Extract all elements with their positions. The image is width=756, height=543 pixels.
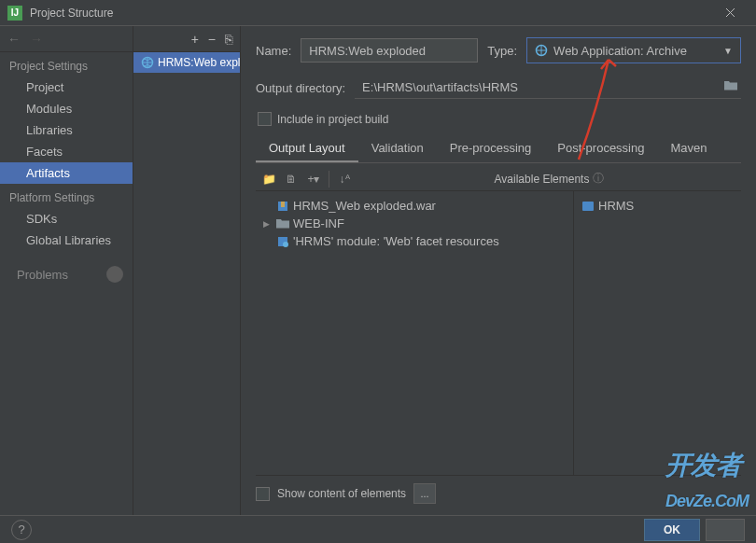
tree-node-webinf[interactable]: ▶ WEB-INF [259, 215, 569, 232]
available-elements-tree[interactable]: HRMS [573, 191, 741, 475]
bottom-bar: Show content of elements ... [256, 475, 741, 508]
sidebar-item-project[interactable]: Project [0, 77, 133, 98]
include-checkbox[interactable] [258, 112, 272, 126]
facet-icon [276, 235, 289, 248]
tab-post-processing[interactable]: Post-processing [544, 135, 657, 162]
svg-point-5 [283, 242, 288, 247]
help-icon[interactable]: ⓘ [593, 171, 604, 187]
module-icon [581, 201, 595, 212]
add-copy-button[interactable]: +▾ [306, 172, 321, 187]
output-toolbar: 📁 🗎 +▾ ↓ᴬ Available Elements ⓘ [256, 167, 741, 191]
window-title: Project Structure [30, 7, 711, 20]
chevron-down-icon: ▼ [723, 46, 733, 56]
folder-icon [276, 218, 289, 230]
separator [329, 171, 329, 188]
output-dir-label: Output directory: [256, 81, 345, 95]
artifact-item-selected[interactable]: HRMS:Web exploded [133, 52, 240, 73]
svg-rect-3 [281, 202, 285, 207]
tree-node-label: WEB-INF [293, 216, 344, 230]
sidebar-item-artifacts[interactable]: Artifacts [0, 162, 133, 184]
forward-button: → [30, 32, 43, 47]
expand-icon[interactable]: ▶ [263, 219, 273, 229]
tab-output-layout[interactable]: Output Layout [256, 135, 358, 162]
problems-badge [106, 266, 123, 283]
show-content-label: Show content of elements [277, 487, 406, 500]
available-node-label: HRMS [598, 199, 634, 213]
output-dir-input[interactable]: E:\HRMS\out\artifacts\HRMS [355, 77, 741, 99]
help-button[interactable]: ? [11, 520, 32, 540]
tabs: Output Layout Validation Pre-processing … [256, 135, 741, 163]
type-value: Web Application: Archive [553, 44, 718, 58]
globe-icon [535, 44, 548, 57]
output-tree[interactable]: HRMS_Web exploded.war ▶ WEB-INF 'HRMS' m… [256, 191, 573, 475]
tree-node-label: HRMS_Web exploded.war [293, 199, 436, 213]
tree-node-facet[interactable]: 'HRMS' module: 'Web' facet resources [259, 232, 569, 250]
back-button[interactable]: ← [7, 32, 21, 47]
section-project-settings: Project Settings [0, 52, 133, 77]
close-button[interactable] [711, 0, 749, 26]
browse-folder-icon[interactable] [724, 80, 737, 94]
sort-button[interactable]: ↓ᴬ [337, 172, 352, 187]
sidebar: ← → Project Settings Project Modules Lib… [0, 26, 133, 515]
problems-label: Problems [17, 268, 68, 282]
web-icon [141, 56, 154, 69]
sidebar-item-facets[interactable]: Facets [0, 141, 133, 162]
artifact-list-panel: + − ⎘ HRMS:Web exploded [133, 26, 241, 515]
name-input[interactable] [301, 38, 478, 63]
sidebar-item-global-libraries[interactable]: Global Libraries [0, 230, 133, 251]
remove-artifact-button[interactable]: − [208, 32, 216, 47]
tree-node-war[interactable]: HRMS_Web exploded.war [259, 197, 569, 215]
archive-icon [276, 200, 289, 213]
include-label: Include in project build [277, 113, 388, 126]
svg-rect-6 [582, 202, 594, 211]
output-dir-value: E:\HRMS\out\artifacts\HRMS [358, 78, 724, 96]
artifact-item-label: HRMS:Web exploded [158, 56, 240, 69]
type-dropdown[interactable]: Web Application: Archive ▼ [526, 37, 741, 63]
new-archive-button[interactable]: 🗎 [284, 172, 299, 187]
sidebar-item-problems[interactable]: Problems [0, 251, 133, 286]
show-content-checkbox[interactable] [256, 487, 270, 501]
close-icon [725, 7, 735, 18]
artifact-toolbar: + − ⎘ [133, 26, 240, 52]
main-panel: Name: Type: Web Application: Archive ▼ O… [241, 26, 756, 515]
new-folder-button[interactable]: 📁 [261, 172, 276, 187]
section-platform-settings: Platform Settings [0, 184, 133, 208]
type-label: Type: [487, 44, 517, 58]
sidebar-item-modules[interactable]: Modules [0, 98, 133, 119]
ok-button[interactable]: OK [644, 519, 700, 541]
sidebar-item-sdks[interactable]: SDKs [0, 208, 133, 230]
cancel-button-partial[interactable] [706, 519, 745, 541]
tab-pre-processing[interactable]: Pre-processing [437, 135, 544, 162]
copy-artifact-button[interactable]: ⎘ [225, 32, 232, 47]
available-header: Available Elements [495, 173, 590, 186]
available-node-hrms[interactable]: HRMS [578, 197, 737, 215]
tree-node-label: 'HRMS' module: 'Web' facet resources [293, 234, 499, 248]
more-button[interactable]: ... [413, 483, 436, 504]
tab-validation[interactable]: Validation [358, 135, 437, 162]
nav-toolbar: ← → [0, 26, 133, 52]
name-label: Name: [256, 44, 291, 58]
app-icon: IJ [7, 6, 22, 21]
sidebar-item-libraries[interactable]: Libraries [0, 119, 133, 141]
titlebar: IJ Project Structure [0, 0, 756, 26]
add-artifact-button[interactable]: + [191, 32, 199, 47]
tab-maven[interactable]: Maven [657, 135, 720, 162]
footer: ? OK [0, 515, 756, 543]
